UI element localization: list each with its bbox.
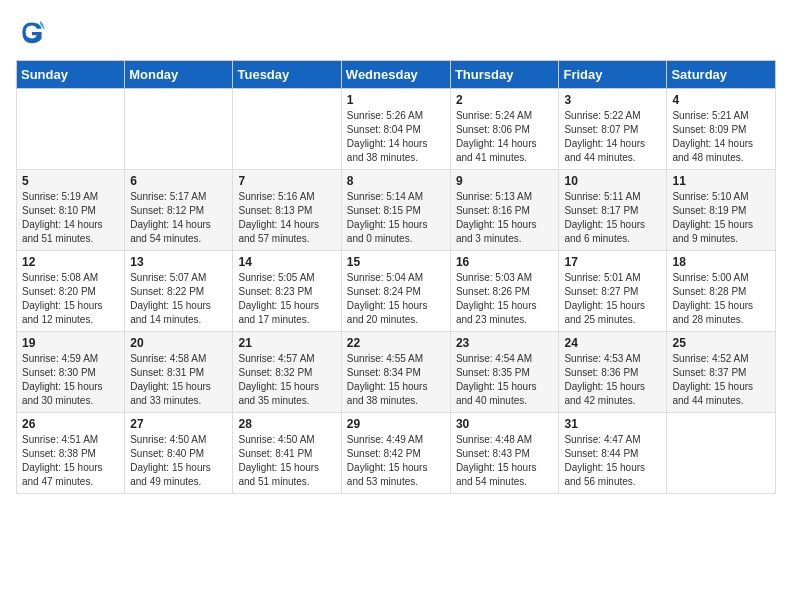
- weekday-header: Monday: [125, 61, 233, 89]
- day-info: Sunrise: 5:26 AM Sunset: 8:04 PM Dayligh…: [347, 109, 445, 165]
- calendar-day-cell: 15Sunrise: 5:04 AM Sunset: 8:24 PM Dayli…: [341, 251, 450, 332]
- calendar-week-row: 26Sunrise: 4:51 AM Sunset: 8:38 PM Dayli…: [17, 413, 776, 494]
- day-number: 1: [347, 93, 445, 107]
- calendar-day-cell: 7Sunrise: 5:16 AM Sunset: 8:13 PM Daylig…: [233, 170, 341, 251]
- day-info: Sunrise: 4:51 AM Sunset: 8:38 PM Dayligh…: [22, 433, 119, 489]
- weekday-header: Friday: [559, 61, 667, 89]
- day-number: 19: [22, 336, 119, 350]
- day-info: Sunrise: 5:03 AM Sunset: 8:26 PM Dayligh…: [456, 271, 554, 327]
- calendar-day-cell: [667, 413, 776, 494]
- day-number: 31: [564, 417, 661, 431]
- weekday-header: Saturday: [667, 61, 776, 89]
- day-number: 4: [672, 93, 770, 107]
- calendar-week-row: 19Sunrise: 4:59 AM Sunset: 8:30 PM Dayli…: [17, 332, 776, 413]
- calendar-day-cell: 25Sunrise: 4:52 AM Sunset: 8:37 PM Dayli…: [667, 332, 776, 413]
- calendar-day-cell: 30Sunrise: 4:48 AM Sunset: 8:43 PM Dayli…: [450, 413, 559, 494]
- calendar-day-cell: 4Sunrise: 5:21 AM Sunset: 8:09 PM Daylig…: [667, 89, 776, 170]
- calendar-week-row: 1Sunrise: 5:26 AM Sunset: 8:04 PM Daylig…: [17, 89, 776, 170]
- day-info: Sunrise: 5:24 AM Sunset: 8:06 PM Dayligh…: [456, 109, 554, 165]
- day-number: 26: [22, 417, 119, 431]
- day-number: 5: [22, 174, 119, 188]
- calendar-day-cell: 2Sunrise: 5:24 AM Sunset: 8:06 PM Daylig…: [450, 89, 559, 170]
- calendar-day-cell: 22Sunrise: 4:55 AM Sunset: 8:34 PM Dayli…: [341, 332, 450, 413]
- calendar-day-cell: 18Sunrise: 5:00 AM Sunset: 8:28 PM Dayli…: [667, 251, 776, 332]
- day-info: Sunrise: 5:13 AM Sunset: 8:16 PM Dayligh…: [456, 190, 554, 246]
- day-info: Sunrise: 5:05 AM Sunset: 8:23 PM Dayligh…: [238, 271, 335, 327]
- day-number: 2: [456, 93, 554, 107]
- day-info: Sunrise: 4:48 AM Sunset: 8:43 PM Dayligh…: [456, 433, 554, 489]
- day-number: 16: [456, 255, 554, 269]
- calendar-header-row: SundayMondayTuesdayWednesdayThursdayFrid…: [17, 61, 776, 89]
- day-number: 8: [347, 174, 445, 188]
- calendar-day-cell: [17, 89, 125, 170]
- day-info: Sunrise: 4:52 AM Sunset: 8:37 PM Dayligh…: [672, 352, 770, 408]
- day-number: 18: [672, 255, 770, 269]
- day-number: 24: [564, 336, 661, 350]
- day-number: 25: [672, 336, 770, 350]
- calendar-day-cell: 26Sunrise: 4:51 AM Sunset: 8:38 PM Dayli…: [17, 413, 125, 494]
- weekday-header: Tuesday: [233, 61, 341, 89]
- day-number: 15: [347, 255, 445, 269]
- calendar-day-cell: 29Sunrise: 4:49 AM Sunset: 8:42 PM Dayli…: [341, 413, 450, 494]
- day-info: Sunrise: 5:21 AM Sunset: 8:09 PM Dayligh…: [672, 109, 770, 165]
- day-info: Sunrise: 5:22 AM Sunset: 8:07 PM Dayligh…: [564, 109, 661, 165]
- day-number: 29: [347, 417, 445, 431]
- day-number: 12: [22, 255, 119, 269]
- day-info: Sunrise: 5:16 AM Sunset: 8:13 PM Dayligh…: [238, 190, 335, 246]
- day-number: 10: [564, 174, 661, 188]
- calendar-day-cell: 5Sunrise: 5:19 AM Sunset: 8:10 PM Daylig…: [17, 170, 125, 251]
- calendar-day-cell: 3Sunrise: 5:22 AM Sunset: 8:07 PM Daylig…: [559, 89, 667, 170]
- day-number: 30: [456, 417, 554, 431]
- logo: [16, 16, 50, 48]
- calendar-day-cell: 13Sunrise: 5:07 AM Sunset: 8:22 PM Dayli…: [125, 251, 233, 332]
- calendar-day-cell: 9Sunrise: 5:13 AM Sunset: 8:16 PM Daylig…: [450, 170, 559, 251]
- day-info: Sunrise: 4:57 AM Sunset: 8:32 PM Dayligh…: [238, 352, 335, 408]
- day-number: 23: [456, 336, 554, 350]
- calendar-day-cell: 17Sunrise: 5:01 AM Sunset: 8:27 PM Dayli…: [559, 251, 667, 332]
- calendar-week-row: 5Sunrise: 5:19 AM Sunset: 8:10 PM Daylig…: [17, 170, 776, 251]
- calendar-day-cell: 11Sunrise: 5:10 AM Sunset: 8:19 PM Dayli…: [667, 170, 776, 251]
- calendar-day-cell: 1Sunrise: 5:26 AM Sunset: 8:04 PM Daylig…: [341, 89, 450, 170]
- day-number: 17: [564, 255, 661, 269]
- day-info: Sunrise: 4:49 AM Sunset: 8:42 PM Dayligh…: [347, 433, 445, 489]
- day-number: 28: [238, 417, 335, 431]
- day-number: 7: [238, 174, 335, 188]
- calendar-day-cell: 6Sunrise: 5:17 AM Sunset: 8:12 PM Daylig…: [125, 170, 233, 251]
- day-info: Sunrise: 4:55 AM Sunset: 8:34 PM Dayligh…: [347, 352, 445, 408]
- day-number: 22: [347, 336, 445, 350]
- calendar-week-row: 12Sunrise: 5:08 AM Sunset: 8:20 PM Dayli…: [17, 251, 776, 332]
- calendar-day-cell: 23Sunrise: 4:54 AM Sunset: 8:35 PM Dayli…: [450, 332, 559, 413]
- day-number: 6: [130, 174, 227, 188]
- weekday-header: Wednesday: [341, 61, 450, 89]
- day-info: Sunrise: 4:59 AM Sunset: 8:30 PM Dayligh…: [22, 352, 119, 408]
- calendar-day-cell: 31Sunrise: 4:47 AM Sunset: 8:44 PM Dayli…: [559, 413, 667, 494]
- calendar-day-cell: 20Sunrise: 4:58 AM Sunset: 8:31 PM Dayli…: [125, 332, 233, 413]
- calendar-table: SundayMondayTuesdayWednesdayThursdayFrid…: [16, 60, 776, 494]
- day-number: 21: [238, 336, 335, 350]
- day-info: Sunrise: 4:47 AM Sunset: 8:44 PM Dayligh…: [564, 433, 661, 489]
- day-number: 20: [130, 336, 227, 350]
- day-info: Sunrise: 5:08 AM Sunset: 8:20 PM Dayligh…: [22, 271, 119, 327]
- day-info: Sunrise: 4:50 AM Sunset: 8:40 PM Dayligh…: [130, 433, 227, 489]
- day-info: Sunrise: 5:00 AM Sunset: 8:28 PM Dayligh…: [672, 271, 770, 327]
- logo-icon: [16, 16, 48, 48]
- day-info: Sunrise: 5:04 AM Sunset: 8:24 PM Dayligh…: [347, 271, 445, 327]
- day-number: 13: [130, 255, 227, 269]
- day-number: 3: [564, 93, 661, 107]
- calendar-day-cell: 12Sunrise: 5:08 AM Sunset: 8:20 PM Dayli…: [17, 251, 125, 332]
- day-info: Sunrise: 5:07 AM Sunset: 8:22 PM Dayligh…: [130, 271, 227, 327]
- day-info: Sunrise: 4:54 AM Sunset: 8:35 PM Dayligh…: [456, 352, 554, 408]
- day-info: Sunrise: 5:10 AM Sunset: 8:19 PM Dayligh…: [672, 190, 770, 246]
- weekday-header: Sunday: [17, 61, 125, 89]
- calendar-day-cell: 24Sunrise: 4:53 AM Sunset: 8:36 PM Dayli…: [559, 332, 667, 413]
- calendar-day-cell: 21Sunrise: 4:57 AM Sunset: 8:32 PM Dayli…: [233, 332, 341, 413]
- day-info: Sunrise: 4:50 AM Sunset: 8:41 PM Dayligh…: [238, 433, 335, 489]
- day-info: Sunrise: 5:14 AM Sunset: 8:15 PM Dayligh…: [347, 190, 445, 246]
- day-info: Sunrise: 4:53 AM Sunset: 8:36 PM Dayligh…: [564, 352, 661, 408]
- day-info: Sunrise: 5:11 AM Sunset: 8:17 PM Dayligh…: [564, 190, 661, 246]
- weekday-header: Thursday: [450, 61, 559, 89]
- day-number: 14: [238, 255, 335, 269]
- day-info: Sunrise: 5:01 AM Sunset: 8:27 PM Dayligh…: [564, 271, 661, 327]
- page-header: [16, 16, 776, 48]
- day-number: 27: [130, 417, 227, 431]
